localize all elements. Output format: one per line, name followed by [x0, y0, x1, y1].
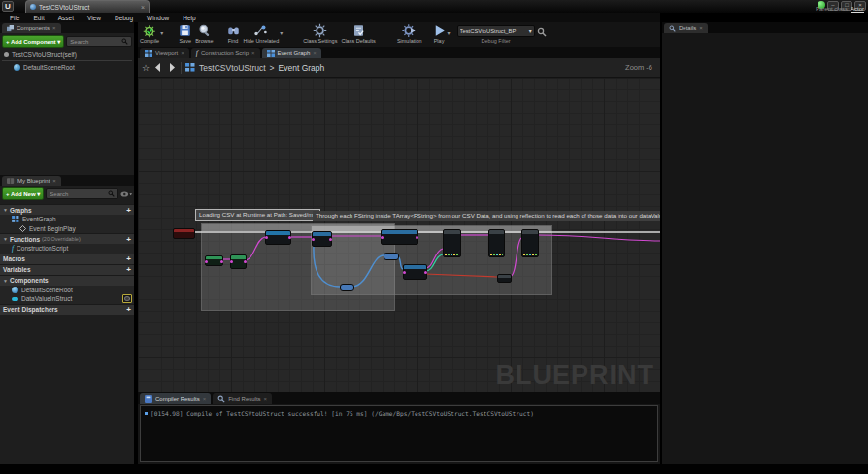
menu-item-window[interactable]: Window	[140, 15, 176, 21]
add-component-button[interactable]: + Add Component ▾	[2, 35, 64, 48]
graph-canvas[interactable]: BLUEPRINT Loading CSV at Runtime at Path…	[138, 78, 660, 392]
pure-function-node-2[interactable]	[230, 254, 247, 269]
bp-item-eventgraph[interactable]: EventGraph	[0, 215, 134, 224]
tab-close-icon[interactable]: ×	[313, 51, 317, 56]
tab-close-icon[interactable]: ×	[699, 25, 703, 31]
toolbar-hide-unrelated-button[interactable]: Hide Unrelated	[244, 23, 280, 44]
menu-item-help[interactable]: Help	[176, 15, 202, 21]
visibility-filter-button[interactable]	[120, 190, 132, 198]
toolbar-simulation-label: Simulation	[397, 38, 422, 44]
tab-close-icon[interactable]: ×	[52, 25, 56, 31]
menu-item-debug[interactable]: Debug	[108, 15, 140, 21]
comment-loading-csv-title[interactable]: Loading CSV at Runtime at Path: Saved/m	[195, 209, 320, 221]
add-functions-button[interactable]: +	[126, 235, 131, 244]
chevron-down-icon[interactable]: ▾	[160, 29, 163, 36]
unreal-logo-icon: U	[2, 1, 14, 12]
tab-close-icon[interactable]: ×	[203, 396, 207, 402]
toolbar-class-settings-button[interactable]: Class Settings	[303, 23, 337, 44]
tree-item-testcsvtoustruct-self[interactable]: TestCSVtoUStruct(self)	[0, 50, 134, 59]
toolbar-simulation-button[interactable]: Simulation	[397, 23, 422, 44]
magenta-wire-5[interactable]	[425, 249, 443, 268]
add-graphs-button[interactable]: +	[126, 206, 131, 215]
forward-arrow-icon[interactable]	[167, 63, 177, 72]
magenta-wire-7[interactable]	[510, 238, 521, 277]
debug-search-icon[interactable]	[537, 27, 547, 37]
teal-wire[interactable]	[425, 254, 443, 271]
breadcrumb-leaf[interactable]: Event Graph	[279, 63, 325, 73]
tab-close-icon[interactable]: ×	[52, 178, 56, 184]
breadcrumb-root[interactable]: TestCSVtoUStruct	[199, 63, 266, 73]
toolbar-class-defaults-button[interactable]: Class Defaults	[341, 23, 375, 44]
section-event-dispatchers[interactable]: Event Dispatchers+	[0, 304, 134, 315]
input-pin-icon	[381, 236, 384, 239]
asset-tab-close-icon[interactable]: ×	[141, 4, 145, 11]
section-graphs[interactable]: ▼Graphs+	[0, 204, 134, 215]
toolbar-find-button[interactable]: Find	[226, 23, 241, 44]
setter-node-2[interactable]	[521, 229, 539, 257]
load-file-node[interactable]	[265, 230, 291, 245]
toolbar-play-button[interactable]: Play	[432, 23, 447, 44]
tab-construction-scrip-label: Construction Scrip	[201, 51, 249, 56]
magenta-wire-8[interactable]	[537, 235, 660, 241]
tab-compiler-results[interactable]: Compiler Results×	[140, 393, 211, 404]
favorite-star-icon[interactable]: ☆	[142, 63, 150, 73]
add-event-dispatchers-button[interactable]: +	[126, 305, 131, 314]
bp-item-defaultsceneroot[interactable]: DefaultSceneRoot	[0, 286, 134, 295]
tab-find-results[interactable]: Find Results×	[213, 393, 272, 404]
toolbar-save-button[interactable]: Save	[178, 23, 192, 44]
tab-construction-scrip[interactable]: fConstruction Scrip×	[191, 48, 260, 58]
parent-class-link[interactable]: Actor	[851, 6, 864, 12]
add-new-button[interactable]: + Add New ▾	[2, 187, 44, 200]
blue-wire-1[interactable]	[314, 245, 340, 287]
asset-tab[interactable]: TestCSVtoUStruct ×	[25, 0, 150, 13]
function-node-3[interactable]	[403, 264, 427, 280]
add-variables-button[interactable]: +	[126, 265, 131, 274]
toolbar-compile-button[interactable]: Compile	[140, 23, 159, 44]
menu-item-edit[interactable]: Edit	[26, 15, 50, 21]
bp-item-label: ConstructionScript	[17, 245, 68, 252]
bp-item-label: DataValueInStruct	[21, 295, 72, 302]
debug-filter-dropdown[interactable]: TestCSVtoUStruct_BP▾	[457, 25, 535, 37]
section-components[interactable]: ▼Components	[0, 275, 134, 286]
menu-item-asset[interactable]: Asset	[51, 15, 81, 21]
back-arrow-icon[interactable]	[153, 63, 163, 72]
bp-item-event-beginplay[interactable]: Event BeginPlay	[0, 224, 134, 234]
event-beginplay-node[interactable]	[173, 228, 195, 239]
chevron-down-icon[interactable]: ▾	[448, 29, 451, 36]
compiler-results-log[interactable]: [0154.98] Compile of TestCSVtoUStruct su…	[140, 405, 658, 462]
chevron-down-icon[interactable]: ▾	[280, 29, 283, 36]
components-search-input[interactable]: Search	[66, 36, 132, 47]
variable-visibility-toggle[interactable]	[122, 294, 132, 303]
reroute-pill-1[interactable]	[340, 284, 354, 291]
red-wire[interactable]	[425, 274, 497, 277]
section-variables[interactable]: Variables+	[0, 264, 134, 275]
comment-looping-fstrings-title[interactable]: Through each FString inside TArray<FStri…	[313, 211, 660, 221]
tab-event-graph[interactable]: Event Graph×	[262, 48, 321, 58]
reroute-pill-2[interactable]	[384, 253, 399, 260]
function-node-1[interactable]	[312, 231, 332, 247]
menu-item-file[interactable]: File	[3, 15, 26, 21]
tab-viewport[interactable]: Viewport×	[140, 48, 189, 58]
add-macros-button[interactable]: +	[126, 254, 131, 263]
small-node[interactable]	[497, 274, 512, 283]
toolbar-browse-button[interactable]: Browse	[195, 23, 213, 44]
pure-function-node-1[interactable]	[205, 255, 223, 266]
section-functions[interactable]: ▼Functions(20 Overridable)+	[0, 233, 134, 244]
tab-close-icon[interactable]: ×	[181, 51, 184, 56]
blue-wire-2[interactable]	[352, 255, 384, 287]
section-macros[interactable]: Macros+	[0, 254, 134, 264]
tab-my-blueprint[interactable]: My Blueprint ×	[2, 176, 61, 186]
my-blueprint-search-input[interactable]: Search	[46, 188, 118, 199]
menu-item-view[interactable]: View	[81, 15, 108, 21]
tab-details[interactable]: Details ×	[664, 23, 708, 33]
bp-item-constructionscript[interactable]: fConstructionScript	[0, 244, 134, 254]
setter-node-1[interactable]	[488, 229, 505, 257]
tab-close-icon[interactable]: ×	[264, 396, 268, 402]
foreach-node[interactable]	[443, 229, 461, 257]
tree-item-defaultsceneroot[interactable]: DefaultSceneRoot	[0, 62, 134, 72]
function-node-2[interactable]	[381, 229, 418, 245]
magenta-wire-2[interactable]	[245, 237, 265, 260]
tab-components[interactable]: Components ×	[2, 23, 61, 33]
bp-item-datavalueinstruct[interactable]: DataValueInStruct	[0, 294, 134, 304]
tab-close-icon[interactable]: ×	[251, 51, 255, 56]
